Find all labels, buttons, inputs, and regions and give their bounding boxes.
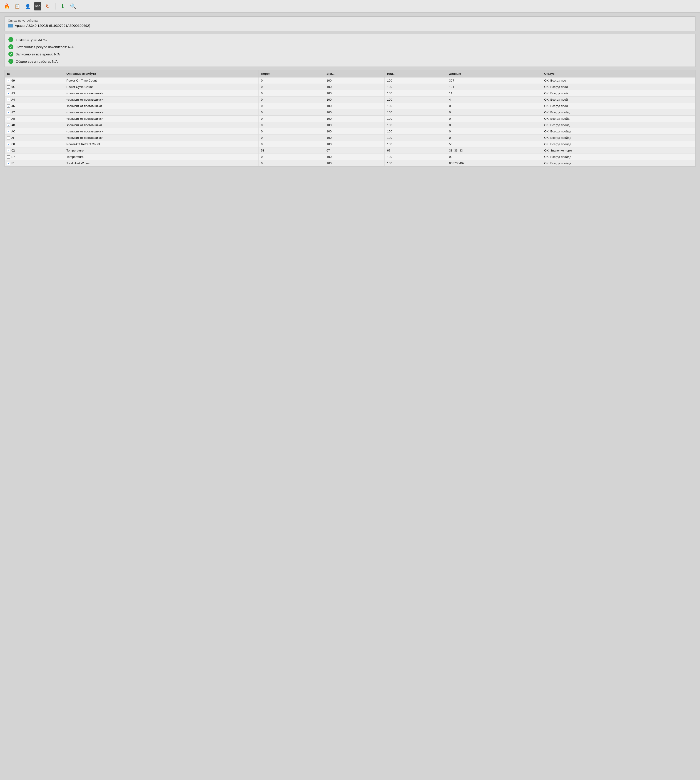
cell-threshold: 0: [258, 90, 324, 96]
cell-worst: 100: [385, 154, 447, 160]
cell-desc: Total Host Writes: [64, 160, 258, 166]
status-row-resource: ✓ Оставшийся ресурс накопителя: N/A: [8, 44, 692, 49]
table-row: ✓A8<зависит от поставщика>01001000OK: Вс…: [5, 116, 695, 122]
row-checkbox[interactable]: ✓: [7, 85, 10, 88]
col-desc: Описание атрибута: [64, 70, 258, 77]
flame-icon[interactable]: 🔥: [3, 2, 11, 10]
cell-val: 100: [324, 90, 385, 96]
cell-worst: 100: [385, 77, 447, 84]
cell-val: 100: [324, 109, 385, 116]
cell-id: ✓C2: [5, 147, 64, 154]
col-val: Зна...: [324, 70, 385, 77]
row-checkbox[interactable]: ✓: [7, 130, 10, 133]
row-id-text: A3: [12, 91, 15, 95]
cell-val: 100: [324, 116, 385, 122]
cell-id: ✓AF: [5, 135, 64, 141]
cell-threshold: 0: [258, 84, 324, 90]
cell-status: OK: Всегда пройде: [542, 135, 695, 141]
drive-icon: [8, 24, 13, 27]
download-icon[interactable]: ⬇: [58, 2, 67, 10]
row-id-text: A6: [12, 104, 15, 108]
user-icon[interactable]: 👤: [23, 2, 32, 10]
row-checkbox[interactable]: ✓: [7, 98, 10, 101]
toolbar: 🔥 📋 👤 OSD ↻ ⬇ 🔍: [0, 0, 700, 13]
cell-worst: 100: [385, 135, 447, 141]
row-checkbox[interactable]: ✓: [7, 92, 10, 95]
cell-desc: <зависит от поставщика>: [64, 109, 258, 116]
refresh-icon[interactable]: ↻: [43, 2, 52, 10]
cell-status: OK: Всегда прой: [542, 103, 695, 109]
row-id-text: 09: [12, 79, 15, 82]
table-row: ✓E7Temperature010010099OK: Всегда пройде: [5, 154, 695, 160]
main-content: Описание устройства Apacer AS340 120GB (…: [0, 13, 700, 780]
cell-desc: Temperature: [64, 154, 258, 160]
row-checkbox[interactable]: ✓: [7, 105, 10, 108]
row-checkbox[interactable]: ✓: [7, 162, 10, 165]
status-ok-icon-written: ✓: [8, 52, 13, 57]
cell-threshold: 0: [258, 96, 324, 103]
row-checkbox[interactable]: ✓: [7, 155, 10, 158]
row-checkbox[interactable]: ✓: [7, 79, 10, 82]
cell-data: 0: [447, 116, 542, 122]
cell-threshold: 0: [258, 141, 324, 147]
cell-val: 100: [324, 141, 385, 147]
toolbar-divider: [55, 3, 55, 10]
cell-data: 0: [447, 122, 542, 128]
table-row: ✓A3<зависит от поставщика>010010011OK: В…: [5, 90, 695, 96]
table-row: ✓AC<зависит от поставщика>01001000OK: Вс…: [5, 128, 695, 135]
table-row: ✓0CPower Cycle Count0100100191OK: Всегда…: [5, 84, 695, 90]
col-status: Статус: [542, 70, 695, 77]
row-checkbox[interactable]: ✓: [7, 143, 10, 146]
cell-id: ✓A8: [5, 116, 64, 122]
cell-threshold: 0: [258, 116, 324, 122]
cell-data: 0: [447, 109, 542, 116]
cell-desc: Power Cycle Count: [64, 84, 258, 90]
cell-worst: 100: [385, 116, 447, 122]
row-id-text: C0: [12, 142, 15, 146]
cell-val: 67: [324, 147, 385, 154]
status-temp-label: Температура: 33 °C: [16, 38, 47, 42]
cell-id: ✓AB: [5, 122, 64, 128]
table-row: ✓A7<зависит от поставщика>01001000OK: Вс…: [5, 109, 695, 116]
cell-desc: Power-On Time Count: [64, 77, 258, 84]
cell-data: 808735497: [447, 160, 542, 166]
osd-icon[interactable]: OSD: [34, 2, 42, 10]
cell-id: ✓0C: [5, 84, 64, 90]
cell-desc: <зависит от поставщика>: [64, 90, 258, 96]
cell-status: OK: Всегда прой: [542, 84, 695, 90]
cell-data: 11: [447, 90, 542, 96]
cell-threshold: 0: [258, 154, 324, 160]
table-row: ✓AB<зависит от поставщика>01001000OK: Вс…: [5, 122, 695, 128]
cell-status: OK: Всегда пройде: [542, 128, 695, 135]
row-id-text: A4: [12, 98, 15, 101]
report-icon[interactable]: 📋: [13, 2, 22, 10]
cell-id: ✓F1: [5, 160, 64, 166]
cell-threshold: 58: [258, 147, 324, 154]
cell-id: ✓A3: [5, 90, 64, 96]
cell-threshold: 0: [258, 103, 324, 109]
cell-val: 100: [324, 154, 385, 160]
table-row: ✓A4<зависит от поставщика>01001004OK: Вс…: [5, 96, 695, 103]
cell-worst: 100: [385, 128, 447, 135]
cell-data: 191: [447, 84, 542, 90]
search-icon[interactable]: 🔍: [69, 2, 77, 10]
row-checkbox[interactable]: ✓: [7, 149, 10, 152]
row-checkbox[interactable]: ✓: [7, 117, 10, 120]
cell-id: ✓A6: [5, 103, 64, 109]
cell-worst: 100: [385, 96, 447, 103]
row-checkbox[interactable]: ✓: [7, 136, 10, 140]
col-worst: Наи...: [385, 70, 447, 77]
cell-worst: 100: [385, 90, 447, 96]
status-row-written: ✓ Записано за всё время: N/A: [8, 52, 692, 57]
cell-threshold: 0: [258, 109, 324, 116]
row-checkbox[interactable]: ✓: [7, 123, 10, 127]
cell-worst: 100: [385, 141, 447, 147]
cell-status: OK: Всегда пройде: [542, 154, 695, 160]
table-row: ✓AF<зависит от поставщика>01001000OK: Вс…: [5, 135, 695, 141]
cell-val: 100: [324, 160, 385, 166]
row-id-text: AB: [12, 123, 15, 127]
cell-val: 100: [324, 103, 385, 109]
table-row: ✓C0Power-Off Retract Count010010053OK: В…: [5, 141, 695, 147]
cell-status: OK: Всегда пройде: [542, 141, 695, 147]
row-checkbox[interactable]: ✓: [7, 111, 10, 114]
